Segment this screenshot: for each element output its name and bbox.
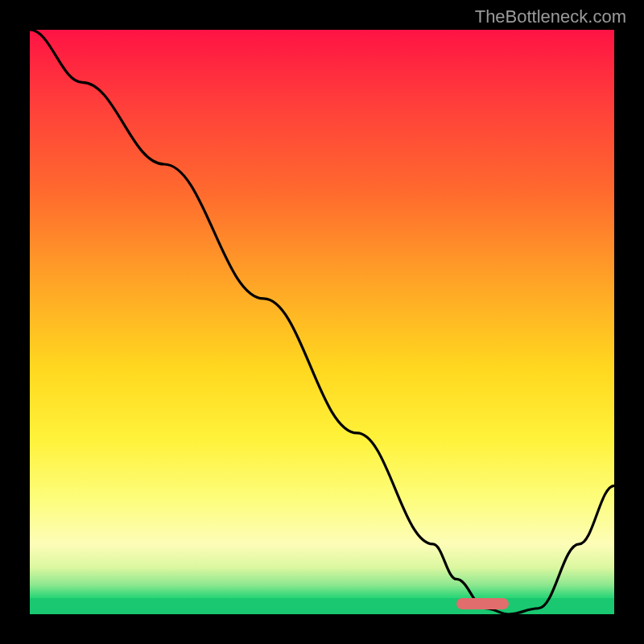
watermark-text: TheBottleneck.com [475, 6, 626, 27]
bottleneck-curve [30, 30, 614, 614]
chart-area [30, 30, 614, 614]
optimal-range-marker [456, 598, 509, 609]
